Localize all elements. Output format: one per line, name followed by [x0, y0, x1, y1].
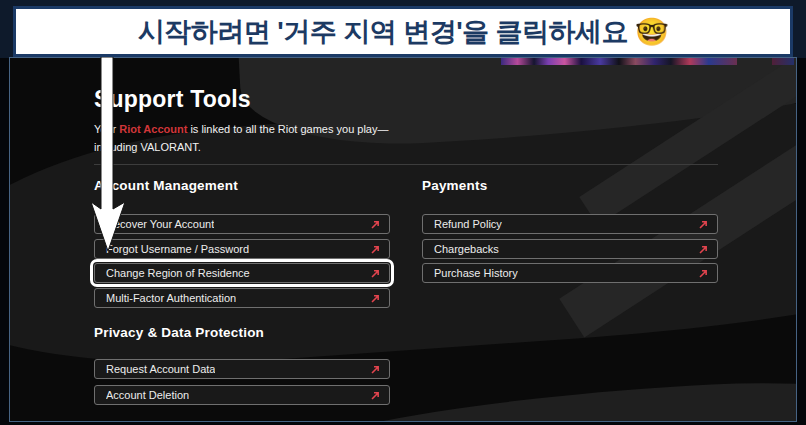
section-title-privacy: Privacy & Data Protection [94, 325, 264, 340]
link-label: Request Account Data [106, 363, 215, 375]
link-label: Chargebacks [434, 243, 499, 255]
link-change-region-of-residence[interactable]: Change Region of Residence [94, 263, 390, 283]
section-divider [94, 164, 718, 165]
link-label: Refund Policy [434, 218, 502, 230]
link-purchase-history[interactable]: Purchase History [422, 263, 718, 283]
section-title-payments: Payments [422, 178, 487, 193]
external-link-arrow-icon [370, 364, 381, 375]
link-chargebacks[interactable]: Chargebacks [422, 239, 718, 259]
link-label: Account Deletion [106, 389, 189, 401]
external-link-arrow-icon [698, 244, 709, 255]
link-label: Purchase History [434, 267, 518, 279]
link-account-deletion[interactable]: Account Deletion [94, 385, 390, 405]
external-link-arrow-icon [370, 268, 381, 279]
link-label: Multi-Factor Authentication [106, 292, 236, 304]
external-link-arrow-icon [370, 219, 381, 230]
external-link-arrow-icon [370, 390, 381, 401]
link-multi-factor-authentication[interactable]: Multi-Factor Authentication [94, 288, 390, 308]
link-forgot-username-password[interactable]: Forgot Username / Password [94, 239, 390, 259]
external-link-arrow-icon [370, 244, 381, 255]
external-link-arrow-icon [698, 268, 709, 279]
intro-text: Your Riot Account is linked to all the R… [94, 120, 424, 156]
link-request-account-data[interactable]: Request Account Data [94, 359, 390, 379]
link-refund-policy[interactable]: Refund Policy [422, 214, 718, 234]
link-recover-your-account[interactable]: Recover Your Account [94, 214, 390, 234]
external-link-arrow-icon [698, 219, 709, 230]
coachmark-text: 시작하려면 '거주 지역 변경'을 클릭하세요 🤓 [138, 14, 669, 50]
link-label: Change Region of Residence [106, 267, 250, 279]
coachmark-tooltip: 시작하려면 '거주 지역 변경'을 클릭하세요 🤓 [13, 6, 793, 57]
down-arrow-pointer [85, 57, 131, 257]
external-link-arrow-icon [370, 293, 381, 304]
